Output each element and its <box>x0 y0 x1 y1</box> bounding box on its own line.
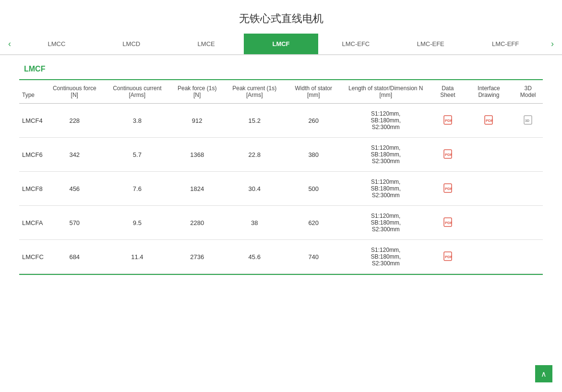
cell-width_stator-1: 380 <box>287 138 340 172</box>
tab-prev-arrow[interactable]: ‹ <box>0 34 19 54</box>
data-sheet-pdf-icon[interactable]: PDF <box>443 217 452 227</box>
svg-text:PDF: PDF <box>486 119 493 123</box>
cell-width_stator-4: 740 <box>287 240 340 274</box>
page-title: 无铁心式直线电机 <box>0 0 562 34</box>
tab-lmcd[interactable]: LMCD <box>94 34 169 54</box>
col-header-cont-current: Continuous current [Arms] <box>103 80 172 104</box>
cell-type-1: LMCF6 <box>19 138 47 172</box>
interface-drawing-pdf-icon[interactable]: PDF <box>484 115 493 125</box>
cell-type-2: LMCF8 <box>19 172 47 206</box>
col-header-width-stator: Width of stator [mm] <box>287 80 340 104</box>
cell-type-4: LMCFC <box>19 240 47 274</box>
col-header-interface-drawing: Interface Drawing <box>465 80 514 104</box>
cell-cont_force-0: 228 <box>47 104 103 138</box>
table-row: LMCF63425.7136822.8380S1:120mm,SB:180mm,… <box>19 138 543 172</box>
tab-lmc-efc[interactable]: LMC-EFC <box>318 34 393 54</box>
cell-peak_force-3: 2280 <box>172 206 223 240</box>
data-sheet-pdf-icon[interactable]: PDF <box>443 251 452 261</box>
cell-width_stator-3: 620 <box>287 206 340 240</box>
data-sheet-pdf-icon[interactable]: PDF <box>443 149 452 159</box>
cell-type-3: LMCFA <box>19 206 47 240</box>
cell-data-sheet-2[interactable]: PDF <box>431 172 464 206</box>
tab-lmcc[interactable]: LMCC <box>19 34 94 54</box>
cell-interface-drawing-1 <box>465 138 514 172</box>
cell-peak_force-1: 1368 <box>172 138 223 172</box>
cell-length_stator-3: S1:120mm,SB:180mm,S2:300mm <box>340 206 431 240</box>
svg-text:PDF: PDF <box>445 221 452 225</box>
table-row: LMCFC68411.4273645.6740S1:120mm,SB:180mm… <box>19 240 543 274</box>
col-header-type: Type <box>19 80 47 104</box>
cell-interface-drawing-2 <box>465 172 514 206</box>
cell-data-sheet-0[interactable]: PDF <box>431 104 464 138</box>
cell-3d-model-0[interactable]: 3D <box>513 104 543 138</box>
cell-type-0: LMCF4 <box>19 104 47 138</box>
col-header-data-sheet: Data Sheet <box>431 80 464 104</box>
content-area: LMCF Type Continuous force [N] Continuou… <box>0 55 562 294</box>
svg-text:PDF: PDF <box>445 119 452 123</box>
cell-3d-model-3 <box>513 206 543 240</box>
col-header-peak-force: Peak force (1s) [N] <box>172 80 223 104</box>
col-header-3d-model: 3D Model <box>513 80 543 104</box>
cell-width_stator-0: 260 <box>287 104 340 138</box>
tab-bar: ‹ LMCC LMCD LMCE LMCF LMC-EFC LMC-EFE LM… <box>0 34 562 55</box>
cell-cont_current-0: 3.8 <box>103 104 172 138</box>
section-title: LMCF <box>19 65 543 73</box>
tab-lmce[interactable]: LMCE <box>169 34 244 54</box>
svg-text:PDF: PDF <box>445 187 452 191</box>
product-table: Type Continuous force [N] Continuous cur… <box>19 80 543 274</box>
cell-cont_current-1: 5.7 <box>103 138 172 172</box>
tab-lmc-eff[interactable]: LMC-EFF <box>468 34 543 54</box>
svg-text:PDF: PDF <box>445 153 452 157</box>
cell-interface-drawing-4 <box>465 240 514 274</box>
data-sheet-pdf-icon[interactable]: PDF <box>443 183 452 193</box>
cell-peak_current-1: 22.8 <box>222 138 287 172</box>
table-row: LMCF42283.891215.2260S1:120mm,SB:180mm,S… <box>19 104 543 138</box>
cell-peak_force-2: 1824 <box>172 172 223 206</box>
cell-cont_current-3: 9.5 <box>103 206 172 240</box>
svg-text:3D: 3D <box>525 119 529 122</box>
cell-peak_current-2: 30.4 <box>222 172 287 206</box>
cell-length_stator-0: S1:120mm,SB:180mm,S2:300mm <box>340 104 431 138</box>
cell-cont_force-3: 570 <box>47 206 103 240</box>
cell-3d-model-1 <box>513 138 543 172</box>
cell-peak_current-0: 15.2 <box>222 104 287 138</box>
cell-cont_force-2: 456 <box>47 172 103 206</box>
cell-cont_force-1: 342 <box>47 138 103 172</box>
cell-interface-drawing-0[interactable]: PDF <box>465 104 514 138</box>
cell-interface-drawing-3 <box>465 206 514 240</box>
cell-cont_current-4: 11.4 <box>103 240 172 274</box>
tab-lmc-efe[interactable]: LMC-EFE <box>393 34 468 54</box>
col-header-length-stator: Length of stator/Dimension N [mm] <box>340 80 431 104</box>
cell-3d-model-4 <box>513 240 543 274</box>
cell-length_stator-1: S1:120mm,SB:180mm,S2:300mm <box>340 138 431 172</box>
col-header-peak-current: Peak current (1s) [Arms] <box>222 80 287 104</box>
table-header-row: Type Continuous force [N] Continuous cur… <box>19 80 543 104</box>
cell-peak_force-4: 2736 <box>172 240 223 274</box>
cell-peak_current-3: 38 <box>222 206 287 240</box>
3d-model-icon[interactable]: 3D <box>524 115 532 125</box>
cell-peak_current-4: 45.6 <box>222 240 287 274</box>
cell-3d-model-2 <box>513 172 543 206</box>
svg-text:PDF: PDF <box>445 255 452 259</box>
cell-cont_force-4: 684 <box>47 240 103 274</box>
tab-lmcf[interactable]: LMCF <box>244 34 319 54</box>
cell-data-sheet-4[interactable]: PDF <box>431 240 464 274</box>
cell-peak_force-0: 912 <box>172 104 223 138</box>
cell-length_stator-2: S1:120mm,SB:180mm,S2:300mm <box>340 172 431 206</box>
table-row: LMCF84567.6182430.4500S1:120mm,SB:180mm,… <box>19 172 543 206</box>
cell-width_stator-2: 500 <box>287 172 340 206</box>
cell-data-sheet-1[interactable]: PDF <box>431 138 464 172</box>
table-row: LMCFA5709.5228038620S1:120mm,SB:180mm,S2… <box>19 206 543 240</box>
data-sheet-pdf-icon[interactable]: PDF <box>443 115 452 125</box>
tab-next-arrow[interactable]: › <box>543 34 562 54</box>
cell-data-sheet-3[interactable]: PDF <box>431 206 464 240</box>
cell-cont_current-2: 7.6 <box>103 172 172 206</box>
cell-length_stator-4: S1:120mm,SB:180mm,S2:300mm <box>340 240 431 274</box>
col-header-cont-force: Continuous force [N] <box>47 80 103 104</box>
